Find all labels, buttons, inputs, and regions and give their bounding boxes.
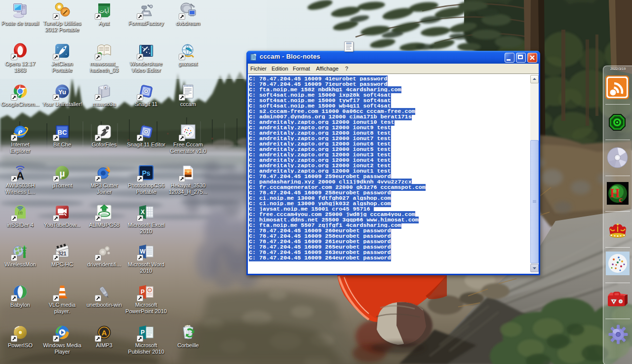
svg-text:آيات: آيات: [99, 7, 110, 14]
svg-text:b: b: [19, 289, 22, 296]
svg-text:µ: µ: [60, 168, 65, 179]
svg-text:A: A: [102, 328, 107, 337]
svg-text:Yu: Yu: [58, 88, 66, 96]
svg-text:Ps: Ps: [142, 169, 150, 177]
svg-text:X: X: [141, 209, 145, 216]
svg-text:321: 321: [58, 251, 67, 256]
svg-text:P: P: [141, 329, 145, 336]
svg-text:P: P: [141, 289, 145, 295]
svg-text:in: in: [18, 209, 22, 216]
svg-text:W: W: [140, 248, 146, 255]
svg-text:c: c: [619, 195, 623, 204]
svg-text:e: e: [105, 85, 107, 90]
